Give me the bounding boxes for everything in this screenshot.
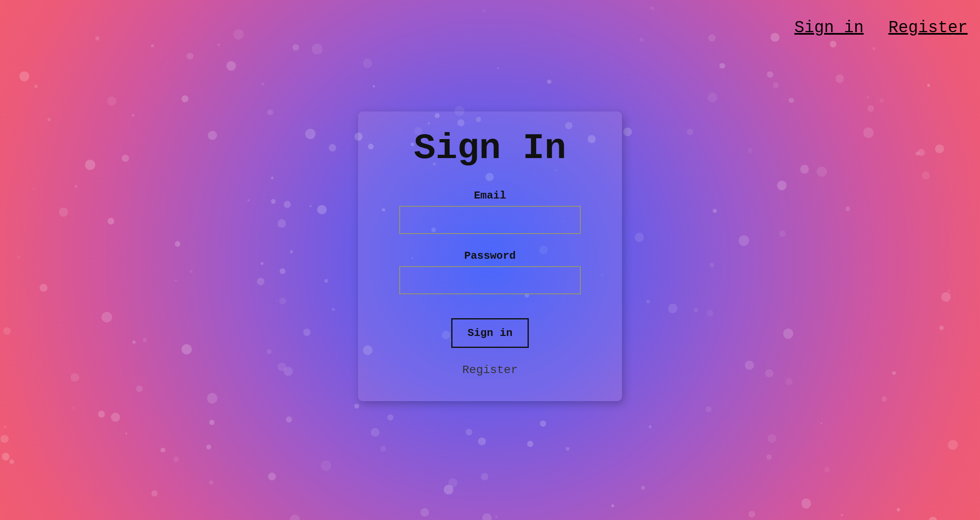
signin-card: Sign In Email Password Sign in Register [358, 111, 622, 401]
top-nav: Sign in Register [794, 19, 968, 37]
register-link[interactable]: Register [383, 364, 597, 376]
page-title: Sign In [383, 128, 597, 169]
email-field[interactable] [399, 206, 581, 234]
email-label: Email [383, 189, 597, 202]
password-group: Password [383, 250, 597, 294]
password-label: Password [383, 250, 597, 262]
nav-register-link[interactable]: Register [888, 19, 968, 37]
nav-signin-link[interactable]: Sign in [794, 19, 864, 37]
password-field[interactable] [399, 266, 581, 294]
email-group: Email [383, 189, 597, 234]
signin-button[interactable]: Sign in [451, 318, 528, 348]
